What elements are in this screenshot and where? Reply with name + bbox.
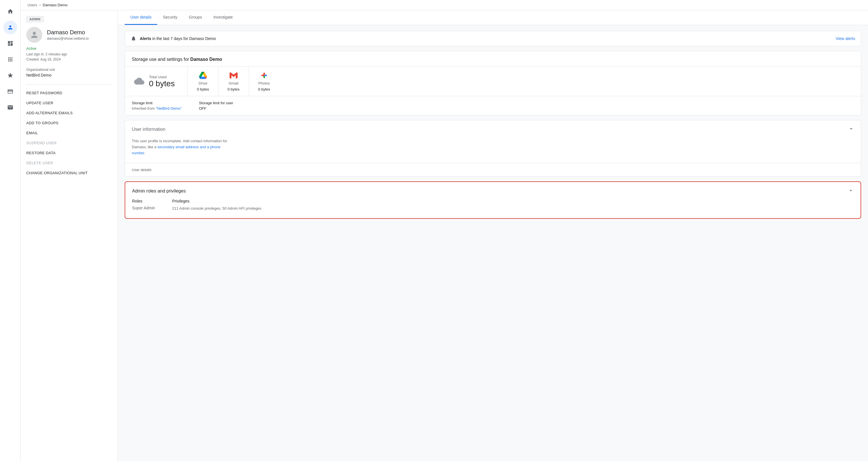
- avatar: [26, 27, 42, 43]
- nav-rail: [0, 0, 21, 461]
- photos-icon: [260, 71, 268, 79]
- privileges-column: Privileges 211 Admin console privileges,…: [172, 199, 261, 211]
- photos-value: 0 bytes: [258, 87, 270, 91]
- tab-user-details[interactable]: User details: [125, 10, 157, 25]
- email-action[interactable]: EMAIL: [26, 128, 112, 138]
- tab-groups[interactable]: Groups: [183, 10, 208, 25]
- user-info-incomplete-message: This user profile is incomplete. Add con…: [132, 138, 229, 156]
- roles-label: Roles: [132, 199, 155, 203]
- breadcrumb-parent[interactable]: Users: [27, 3, 37, 7]
- storage-grid: Total Used 0 bytes: [125, 67, 861, 96]
- storage-apps: Drive 0 bytes Gmail 0 bytes: [188, 67, 861, 96]
- admin-roles-header[interactable]: Admin roles and privileges: [125, 182, 861, 199]
- alert-bar: Alerts in the last 7 days for Damaso Dem…: [125, 31, 861, 46]
- tabs-bar: User details Security Groups Investigate: [118, 10, 868, 25]
- breadcrumb-separator: >: [39, 3, 41, 7]
- alert-strong: Alerts: [140, 36, 151, 41]
- nav-billing[interactable]: [3, 85, 17, 98]
- chevron-down-icon: [848, 126, 854, 133]
- divider: [26, 84, 112, 85]
- privileges-value: 211 Admin console privileges, 50 Admin A…: [172, 206, 261, 211]
- bell-icon: [131, 36, 136, 41]
- delete-user-action: DELETE USER: [26, 158, 112, 168]
- storage-limit-for-user-item: Storage limit for user OFF: [199, 101, 233, 110]
- view-alerts-link[interactable]: View alerts: [836, 36, 855, 41]
- add-to-groups-action[interactable]: ADD TO GROUPS: [26, 118, 112, 128]
- user-profile: Damaso Demo damaso@show.netbird.io: [26, 27, 112, 43]
- cloud-icon: [134, 76, 144, 87]
- breadcrumb-current: Damaso Demo: [43, 3, 68, 7]
- change-org-unit-action[interactable]: CHANGE ORGANIZATIONAL UNIT: [26, 168, 112, 178]
- storage-total: Total Used 0 bytes: [125, 67, 188, 96]
- user-info-card: User information This user profile is in…: [125, 120, 861, 177]
- nav-email[interactable]: [3, 101, 17, 114]
- user-info-header[interactable]: User information: [125, 120, 861, 138]
- user-last-signin: Last sign in: 2 minutes ago Created: Aug…: [26, 52, 112, 62]
- storage-gmail: Gmail 0 bytes: [218, 67, 249, 96]
- storage-limit-for-user-value: OFF: [199, 106, 233, 110]
- nav-apps[interactable]: [3, 53, 17, 66]
- drive-label: Drive: [199, 81, 207, 86]
- storage-limit-section: Storage limit Inherited from "NetBird De…: [125, 96, 861, 115]
- user-detail-panel: User details Security Groups Investigate…: [118, 10, 868, 461]
- sidebar-actions: RESET PASSWORD UPDATE USER ADD ALTERNATE…: [26, 88, 112, 178]
- admin-roles-chevron-icon: [848, 188, 854, 194]
- storage-total-label: Total Used: [149, 75, 175, 79]
- update-user-action[interactable]: UPDATE USER: [26, 98, 112, 108]
- admin-roles-title: Admin roles and privileges: [132, 189, 186, 194]
- storage-total-value: 0 bytes: [149, 79, 175, 88]
- tab-investigate[interactable]: Investigate: [208, 10, 239, 25]
- admin-badge: ADMIN: [26, 16, 44, 22]
- admin-roles-body: Roles Super Admin Privileges 211 Admin c…: [125, 199, 861, 218]
- storage-drive: Drive 0 bytes: [188, 67, 218, 96]
- nav-home[interactable]: [3, 5, 17, 18]
- gmail-label: Gmail: [229, 81, 239, 86]
- storage-limit-item: Storage limit Inherited from "NetBird De…: [132, 101, 182, 110]
- tab-security[interactable]: Security: [157, 10, 183, 25]
- storage-card: Storage use and settings for Damaso Demo…: [125, 51, 861, 116]
- roles-column: Roles Super Admin: [132, 199, 155, 211]
- nav-starred[interactable]: [3, 69, 17, 82]
- restore-data-action[interactable]: RESTORE DATA: [26, 148, 112, 158]
- storage-limit-inherited: Inherited from "NetBird Demo": [132, 106, 182, 110]
- drive-value: 0 bytes: [197, 87, 209, 91]
- user-name: Damaso Demo: [47, 29, 89, 36]
- gmail-value: 0 bytes: [227, 87, 240, 91]
- storage-limit-for-user-label: Storage limit for user: [199, 101, 233, 105]
- user-status: Active: [26, 46, 112, 51]
- org-unit-label: Organizational unit: [26, 68, 112, 72]
- add-alternate-emails-action[interactable]: ADD ALTERNATE EMAILS: [26, 108, 112, 118]
- user-email: damaso@show.netbird.io: [47, 36, 89, 40]
- alert-text: Alerts in the last 7 days for Damaso Dem…: [140, 36, 216, 41]
- nav-dashboard[interactable]: [3, 37, 17, 50]
- reset-password-action[interactable]: RESET PASSWORD: [26, 88, 112, 98]
- photos-label: Photos: [258, 81, 270, 86]
- user-info-body: This user profile is incomplete. Add con…: [125, 138, 861, 163]
- user-info-title: User information: [132, 127, 165, 132]
- admin-roles-card: Admin roles and privileges Roles Super A…: [125, 182, 861, 219]
- storage-photos: Photos 0 bytes: [249, 67, 279, 96]
- drive-icon: [199, 71, 207, 79]
- user-sidebar: ADMIN Damaso Demo damaso@show.netbird.io…: [21, 10, 118, 461]
- nav-users[interactable]: [3, 21, 17, 34]
- gmail-icon: [229, 71, 238, 79]
- user-details-section-label: User details: [125, 163, 861, 176]
- org-unit-name: NetBird Demo: [26, 73, 112, 77]
- org-unit-section: Organizational unit NetBird Demo: [26, 68, 112, 77]
- privileges-label: Privileges: [172, 199, 261, 203]
- netbird-demo-link[interactable]: "NetBird Demo": [156, 106, 182, 110]
- breadcrumb: Users > Damaso Demo: [21, 0, 868, 10]
- storage-card-header: Storage use and settings for Damaso Demo: [125, 51, 861, 67]
- suspend-user-action: SUSPEND USER: [26, 138, 112, 148]
- roles-value: Super Admin: [132, 206, 155, 210]
- storage-limit-label: Storage limit: [132, 101, 182, 105]
